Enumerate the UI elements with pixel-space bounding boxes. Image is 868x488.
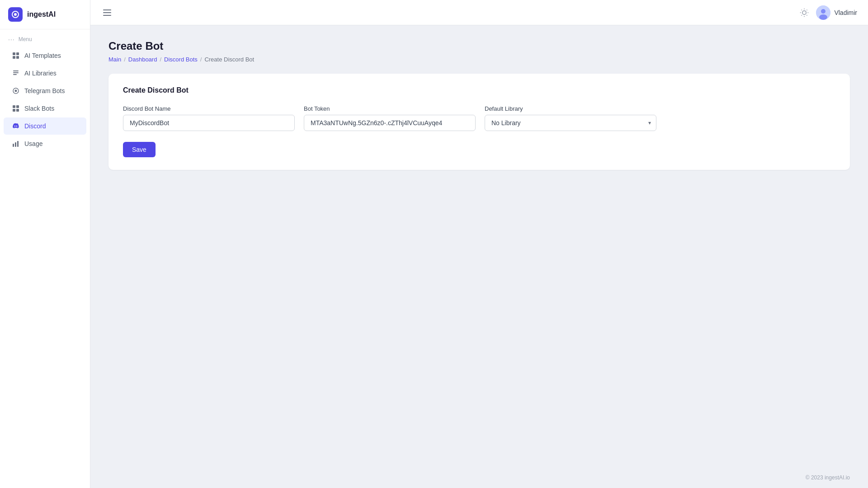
header-right: Vladimir — [800, 5, 857, 20]
breadcrumb-sep-3: / — [200, 56, 202, 63]
usage-icon — [12, 140, 20, 148]
header-left — [101, 8, 113, 18]
svg-point-10 — [15, 90, 17, 92]
content-area: Create Bot Main / Dashboard / Discord Bo… — [90, 25, 868, 467]
default-library-label: Default Library — [485, 105, 656, 112]
default-library-group: Default Library No Library ▾ — [485, 105, 656, 131]
svg-line-26 — [807, 9, 807, 10]
breadcrumb-current: Create Discord Bot — [204, 56, 254, 63]
form-row: Discord Bot Name Bot Token Default Libra… — [123, 105, 835, 131]
dots-icon: ··· — [8, 36, 15, 43]
save-button[interactable]: Save — [123, 142, 156, 157]
svg-point-18 — [802, 10, 806, 14]
sidebar-item-usage[interactable]: Usage — [4, 135, 86, 152]
sun-icon — [800, 8, 809, 17]
sidebar-nav: AI Templates AI Libraries Telegram Bots — [0, 47, 90, 153]
main-area: Vladimir Create Bot Main / Dashboard / D… — [90, 0, 868, 488]
bot-token-input[interactable] — [304, 115, 476, 131]
hamburger-button[interactable] — [101, 8, 113, 18]
default-library-select[interactable]: No Library — [485, 115, 656, 131]
sidebar-item-ai-templates[interactable]: AI Templates — [4, 47, 86, 64]
sidebar-item-discord[interactable]: Discord — [4, 117, 86, 135]
svg-point-1 — [14, 13, 17, 16]
sidebar-item-telegram-bots[interactable]: Telegram Bots — [4, 82, 86, 99]
svg-rect-17 — [17, 141, 19, 147]
sidebar-item-ai-libraries[interactable]: AI Libraries — [4, 65, 86, 82]
breadcrumb-main[interactable]: Main — [108, 56, 121, 63]
svg-rect-2 — [13, 52, 15, 55]
ai-templates-icon — [12, 52, 20, 60]
svg-rect-4 — [13, 56, 15, 59]
app-name: ingestAI — [27, 10, 56, 19]
bot-name-input[interactable] — [123, 115, 295, 131]
svg-rect-11 — [13, 105, 15, 108]
avatar — [816, 5, 830, 20]
svg-rect-8 — [13, 74, 17, 75]
sidebar-menu-label: ··· Menu — [0, 29, 90, 47]
page-title: Create Bot — [108, 40, 850, 52]
footer-text: © 2023 ingestAI.io — [806, 474, 850, 481]
svg-rect-13 — [13, 109, 15, 112]
library-select-wrapper: No Library ▾ — [485, 115, 656, 131]
bot-token-label: Bot Token — [304, 105, 476, 112]
sidebar: ingestAI ··· Menu AI Templates — [0, 0, 90, 488]
create-discord-bot-card: Create Discord Bot Discord Bot Name Bot … — [108, 74, 850, 170]
header: Vladimir — [90, 0, 868, 25]
ai-libraries-icon — [12, 69, 20, 77]
bot-name-group: Discord Bot Name — [123, 105, 295, 131]
user-area[interactable]: Vladimir — [816, 5, 857, 20]
telegram-icon — [12, 87, 20, 95]
svg-rect-5 — [16, 56, 19, 59]
bot-token-group: Bot Token — [304, 105, 476, 131]
sidebar-logo: ingestAI — [0, 0, 90, 29]
svg-rect-6 — [13, 70, 19, 71]
breadcrumb: Main / Dashboard / Discord Bots / Create… — [108, 56, 850, 63]
hamburger-line-1 — [103, 9, 111, 10]
footer: © 2023 ingestAI.io — [90, 467, 868, 488]
breadcrumb-discord-bots[interactable]: Discord Bots — [164, 56, 198, 63]
svg-rect-3 — [16, 52, 19, 55]
svg-rect-14 — [16, 109, 19, 112]
breadcrumb-dashboard[interactable]: Dashboard — [128, 56, 157, 63]
hamburger-line-3 — [103, 15, 111, 16]
hamburger-line-2 — [103, 12, 111, 13]
slack-icon — [12, 104, 20, 113]
theme-toggle-button[interactable] — [800, 8, 809, 17]
svg-line-22 — [807, 15, 807, 15]
svg-point-29 — [819, 14, 827, 20]
user-name: Vladimir — [834, 9, 857, 16]
breadcrumb-sep-1: / — [124, 56, 126, 63]
breadcrumb-sep-2: / — [160, 56, 161, 63]
card-title: Create Discord Bot — [123, 86, 835, 94]
svg-rect-15 — [13, 144, 14, 147]
svg-rect-7 — [13, 72, 19, 73]
svg-point-28 — [821, 9, 826, 14]
svg-rect-12 — [16, 105, 19, 108]
sidebar-item-slack-bots[interactable]: Slack Bots — [4, 100, 86, 117]
app-logo-icon — [8, 7, 23, 22]
bot-name-label: Discord Bot Name — [123, 105, 295, 112]
discord-icon — [12, 122, 20, 130]
svg-line-25 — [802, 15, 802, 15]
svg-rect-16 — [15, 142, 16, 147]
svg-line-21 — [802, 9, 802, 10]
